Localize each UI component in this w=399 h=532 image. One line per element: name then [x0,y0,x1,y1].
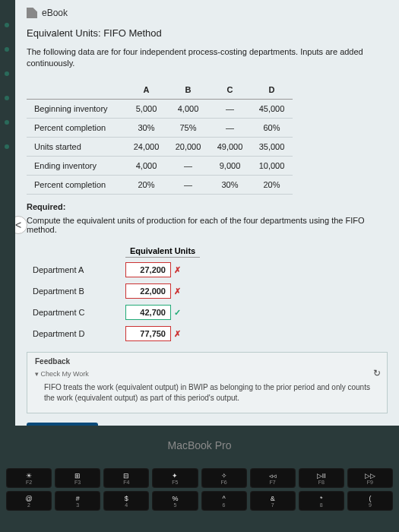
answer-label: Department A [27,259,119,280]
number-key: @2 [6,491,52,511]
answer-input[interactable]: 77,750 [125,326,171,341]
table-row: Percent completion30%75%—60% [27,118,293,137]
cell-value: 30% [125,118,167,137]
ebook-tab[interactable]: eBook [27,8,388,18]
function-key: ✧F6 [201,468,247,488]
feedback-text: FIFO treats the work (equivalent output)… [35,382,379,404]
number-key: ^6 [201,491,247,511]
answer-input[interactable]: 22,000 [125,283,171,299]
number-key: (9 [347,491,393,511]
answer-row: Department D77,750✗ [27,323,187,344]
answer-input[interactable]: 27,200 [125,262,171,277]
answers-table: Department A27,200✗Department B22,000✗De… [27,259,187,344]
number-key: #3 [55,491,100,511]
table-row: Units started24,00020,00049,00035,000 [27,137,293,156]
cell-value: 60% [251,118,293,137]
row-label: Percent completion [27,118,125,137]
browser-tab-indicators [5,23,9,149]
cell-value: 10,000 [251,156,293,175]
number-key: &7 [250,491,296,511]
number-key: *8 [299,491,344,511]
check-my-work-button[interactable]: Check My Work [27,423,98,426]
feedback-subtitle[interactable]: Check My Work [35,370,379,378]
table-row: Percent completion20%—30%20% [27,175,293,194]
function-key: ◃◃F7 [250,468,296,488]
function-key: ✦F5 [152,468,198,488]
intro-text: The following data are for four independ… [27,46,388,70]
answer-input[interactable]: 42,700 [125,305,171,320]
row-label: Beginning inventory [27,99,125,118]
x-icon: ✗ [174,265,181,274]
cell-value: 75% [167,118,209,137]
function-key: ☀F2 [6,468,52,488]
chevron-left-icon: < [15,219,21,231]
cell-value: 30% [209,175,251,194]
function-key: ▷IIF8 [299,468,344,488]
cell-value: 20% [251,175,293,194]
answer-label: Department D [27,323,119,344]
cell-value: — [167,175,209,194]
page-title: Equivalent Units: FIFO Method [27,27,388,39]
col-head: A [125,81,167,100]
col-head: D [251,81,293,100]
number-key: $4 [103,491,149,511]
cell-value: 24,000 [125,137,167,156]
answer-row: Department B22,000✗ [27,280,187,302]
x-icon: ✗ [174,329,181,338]
cell-value: 35,000 [251,137,293,156]
ebook-icon [27,8,37,18]
cell-value: 9,000 [209,156,251,175]
cell-value: — [209,99,251,118]
x-icon: ✗ [174,287,181,296]
ebook-label: eBook [42,8,68,18]
feedback-title: Feedback [35,357,379,366]
row-label: Units started [27,137,125,156]
keyboard: ☀F2⊞F3⊟F4✦F5✧F6◃◃F7▷IIF8▷▷F9 @2#3$4%5^6&… [0,468,399,511]
function-key: ⊟F4 [103,468,149,488]
prev-arrow-button[interactable]: < [15,216,27,234]
answer-row: Department C42,700✓ [27,302,187,323]
cell-value: 4,000 [167,99,209,118]
col-head: B [167,81,209,100]
table-row: Beginning inventory5,0004,000—45,000 [27,99,293,118]
cell-value: 4,000 [125,156,167,175]
compute-instruction: Compute the equivalent units of producti… [27,216,388,234]
content-area: eBook Equivalent Units: FIFO Method The … [15,0,399,426]
cell-value: 20% [125,175,167,194]
answer-row: Department A27,200✗ [27,259,187,280]
col-head: C [209,81,251,100]
cell-value: — [167,156,209,175]
equivalent-units-header: Equivalent Units [125,245,200,258]
answer-label: Department C [27,302,119,323]
function-key: ⊞F3 [55,468,100,488]
row-label: Percent completion [27,175,125,194]
cell-value: 49,000 [209,137,251,156]
function-key: ▷▷F9 [347,468,393,488]
table-row: Ending inventory4,000—9,00010,000 [27,156,293,175]
cell-value: 5,000 [125,99,167,118]
cell-value: — [209,118,251,137]
row-label: Ending inventory [27,156,125,175]
answer-label: Department B [27,280,119,302]
cell-value: 20,000 [167,137,209,156]
feedback-box: Feedback Check My Work FIFO treats the w… [27,352,388,413]
required-label: Required: [27,202,388,211]
check-icon: ✓ [174,308,181,317]
refresh-icon[interactable]: ↻ [373,368,381,378]
cell-value: 45,000 [251,99,293,118]
laptop-brand: MacBook Pro [0,439,399,451]
number-key: %5 [152,491,198,511]
data-table: A B C D Beginning inventory5,0004,000—45… [27,81,293,195]
